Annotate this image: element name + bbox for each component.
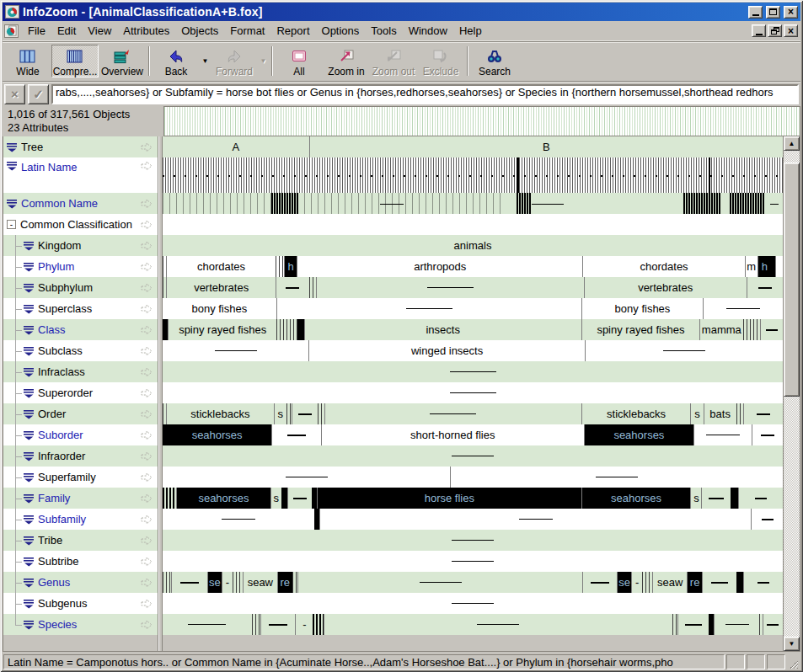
grid-row-superclass[interactable]: bony fishesbony fishes	[163, 298, 783, 319]
menu-window[interactable]: Window	[403, 22, 453, 40]
selected-value-cell[interactable]: seahorses	[581, 488, 691, 509]
attribute-row-tree[interactable]: Tree	[3, 136, 158, 157]
scrollbar-thumb[interactable]	[784, 163, 800, 397]
attribute-row-suborder[interactable]: Suborder	[3, 424, 158, 445]
analysis-arrow-icon[interactable]	[141, 241, 153, 251]
attribute-row-superclass[interactable]: Superclass	[3, 298, 158, 319]
grid-row-common-classification[interactable]	[163, 214, 783, 235]
attribute-row-species[interactable]: Species	[3, 614, 158, 635]
zoom-in-button[interactable]: Zoom in	[323, 45, 370, 77]
dense-values-cell[interactable]	[642, 572, 652, 593]
compressed-values-cell[interactable]	[702, 572, 736, 593]
value-cell[interactable]: arthropods	[297, 256, 582, 277]
grid-row-phylum[interactable]: chordatesharthropodschordatesmh	[163, 256, 783, 277]
analysis-arrow-icon[interactable]	[141, 220, 153, 230]
selected-value-cell[interactable]: se	[617, 572, 631, 593]
overview-button[interactable]: Overview	[99, 45, 146, 77]
menu-file[interactable]: File	[22, 22, 51, 40]
analysis-arrow-icon[interactable]	[141, 262, 153, 272]
compressed-values-cell[interactable]	[163, 530, 783, 551]
attribute-row-common-classification[interactable]: -Common Classification	[3, 214, 158, 235]
menu-edit[interactable]: Edit	[51, 22, 82, 40]
value-cell[interactable]: vertebrates	[584, 277, 747, 298]
resize-grip[interactable]	[787, 654, 799, 669]
dense-values-cell[interactable]	[276, 319, 297, 340]
grid-row-family[interactable]: seahorsesshorse fliesseahorsess	[163, 488, 783, 509]
value-cell[interactable]: -	[631, 572, 642, 593]
collapse-expander-icon[interactable]: -	[7, 220, 16, 229]
attribute-row-kingdom[interactable]: Kingdom	[3, 235, 158, 256]
value-cell[interactable]: s	[690, 488, 701, 509]
attribute-sort-icon[interactable]	[24, 367, 35, 377]
compressed-values-cell[interactable]	[693, 424, 752, 445]
compressed-values-cell[interactable]	[677, 614, 709, 635]
empty-cell[interactable]	[163, 214, 783, 235]
analysis-arrow-icon[interactable]	[141, 346, 153, 356]
compressed-values-cell[interactable]	[703, 298, 783, 319]
dense-selected-cell[interactable]	[163, 488, 176, 509]
grid-row-genus[interactable]: se-seawrese-seawre	[163, 572, 783, 593]
compressed-values-cell[interactable]	[163, 340, 308, 361]
compre-button[interactable]: Compre...	[51, 45, 99, 77]
empty-cell[interactable]	[775, 256, 783, 277]
selected-sliver-cell[interactable]	[297, 319, 304, 340]
all-button[interactable]: All	[276, 45, 323, 77]
analysis-arrow-icon[interactable]	[141, 142, 153, 152]
grid-row-superfamily[interactable]	[163, 467, 783, 488]
compressed-values-cell[interactable]	[738, 488, 783, 509]
analysis-arrow-icon[interactable]	[141, 388, 153, 398]
grid-row-tree[interactable]: AB	[163, 136, 783, 157]
analysis-arrow-icon[interactable]	[141, 536, 153, 546]
analysis-arrow-icon[interactable]	[141, 199, 153, 209]
attribute-sort-icon[interactable]	[24, 472, 35, 483]
value-cell[interactable]: s	[690, 403, 703, 424]
attribute-row-infraclass[interactable]: Infraclass	[3, 361, 158, 382]
value-cell[interactable]: seaw	[243, 572, 277, 593]
attribute-row-subgenus[interactable]: Subgenus	[3, 593, 158, 614]
attribute-row-tribe[interactable]: Tribe	[3, 530, 158, 551]
compressed-values-cell[interactable]	[271, 424, 321, 445]
reject-filter-button[interactable]: ×	[4, 84, 25, 104]
attribute-row-phylum[interactable]: Phylum	[3, 256, 158, 277]
selected-value-cell[interactable]: seahorses	[163, 424, 271, 445]
selected-value-cell[interactable]: se	[207, 572, 222, 593]
value-cell[interactable]: sticklebacks	[166, 403, 274, 424]
attribute-sort-icon[interactable]	[24, 493, 35, 504]
attribute-sort-icon[interactable]	[24, 430, 35, 440]
analysis-arrow-icon[interactable]	[141, 451, 153, 461]
attribute-row-infraorder[interactable]: Infraorder	[3, 445, 158, 467]
grid-row-species[interactable]: -	[163, 614, 783, 635]
dense-values-cell[interactable]	[736, 403, 743, 424]
menu-attributes[interactable]: Attributes	[117, 22, 175, 40]
analysis-arrow-icon[interactable]	[141, 304, 153, 314]
analysis-arrow-icon[interactable]	[141, 578, 153, 588]
attribute-row-genus[interactable]: Genus	[3, 572, 158, 593]
grid-row-tribe[interactable]	[163, 530, 783, 551]
attribute-row-common-name[interactable]: Common Name	[3, 193, 158, 214]
vertical-scrollbar[interactable]: ▲ ▼	[784, 136, 800, 651]
compressed-values-cell[interactable]	[760, 319, 783, 340]
compressed-values-cell[interactable]	[276, 298, 581, 319]
document-icon[interactable]	[4, 24, 19, 38]
compressed-values-cell[interactable]	[163, 467, 450, 488]
compressed-values-cell[interactable]	[747, 277, 783, 298]
compressed-values-cell[interactable]	[701, 488, 730, 509]
value-cell[interactable]: A	[163, 136, 309, 157]
dropdown-caret-icon[interactable]: ▼	[200, 45, 211, 77]
value-cell[interactable]: chordates	[166, 256, 276, 277]
attribute-sort-icon[interactable]	[24, 388, 35, 398]
back-button[interactable]: Back	[153, 45, 200, 77]
dense-values-cell[interactable]	[743, 319, 760, 340]
analysis-arrow-icon[interactable]	[141, 430, 153, 440]
compressed-values-cell[interactable]	[287, 488, 312, 509]
compressed-values-cell[interactable]	[316, 277, 584, 298]
menu-tools[interactable]: Tools	[365, 22, 402, 40]
attribute-row-superfamily[interactable]: Superfamily	[3, 467, 158, 488]
compressed-values-cell[interactable]	[163, 614, 252, 635]
value-cell[interactable]: vertebrates	[166, 277, 276, 298]
grid-row-superorder[interactable]	[163, 382, 783, 403]
mdi-restore-button[interactable]	[768, 24, 782, 37]
value-cell[interactable]: bony fishes	[163, 298, 276, 319]
compressed-values-cell[interactable]	[324, 403, 581, 424]
dense-values-cell[interactable]	[309, 277, 316, 298]
